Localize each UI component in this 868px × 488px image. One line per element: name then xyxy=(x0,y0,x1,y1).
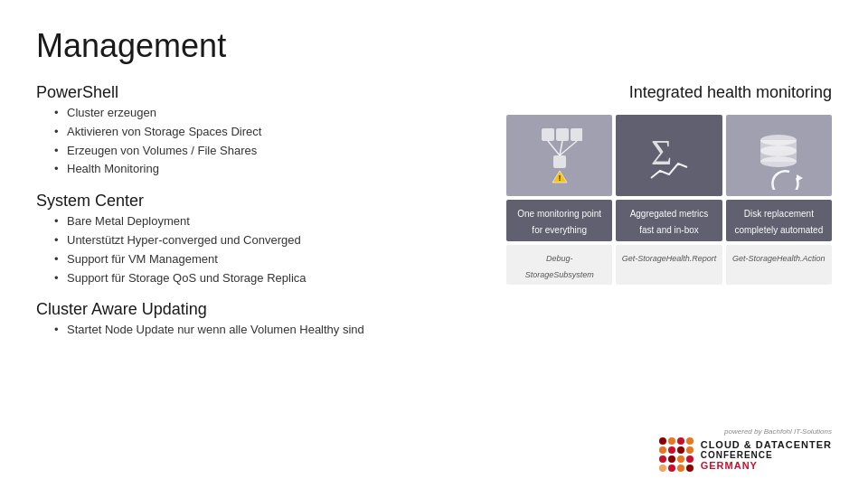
cluster-aware-heading: Cluster Aware Updating xyxy=(36,300,479,319)
svg-rect-6 xyxy=(553,155,566,168)
list-item: Health Monitoring xyxy=(54,160,479,179)
monitor-cmds-row: Debug-StorageSubsystem Get-StorageHealth… xyxy=(506,245,832,285)
monitor-cmd-2: Get-StorageHealth.Action xyxy=(726,245,832,285)
brand-line1: CLOUD & DATACENTER xyxy=(701,439,832,450)
dot xyxy=(677,465,684,472)
list-item: Startet Node Update nur wenn alle Volume… xyxy=(54,321,479,340)
list-item: Support für VM Management xyxy=(54,250,479,269)
list-item: Aktivieren von Storage Spaces Direct xyxy=(54,123,479,142)
page: Management PowerShell Cluster erzeugen A… xyxy=(0,0,868,488)
list-item: Erzeugen von Volumes / File Shares xyxy=(54,142,479,161)
dot xyxy=(659,446,666,454)
monitor-icon-warning: ! xyxy=(506,115,612,196)
powershell-section: PowerShell Cluster erzeugen Aktivieren v… xyxy=(36,83,479,179)
systemcenter-list: Bare Metal Deployment Unterstützt Hyper-… xyxy=(36,212,479,287)
monitor-cmd-1: Get-StorageHealth.Report xyxy=(616,245,722,285)
list-item: Cluster erzeugen xyxy=(54,104,479,123)
monitor-icon-sigma: Σ xyxy=(616,115,722,196)
brand-line2: CONFERENCE xyxy=(701,450,832,460)
dot xyxy=(686,465,693,472)
monitor-cmd-0: Debug-StorageSubsystem xyxy=(506,245,612,285)
dot xyxy=(668,437,675,445)
monitoring-grid: ! Σ xyxy=(506,115,832,285)
monitor-icons-row: ! Σ xyxy=(506,115,832,196)
left-column: PowerShell Cluster erzeugen Aktivieren v… xyxy=(36,83,479,470)
branding: powered by Bachfohl IT-Solutions CLOUD &… xyxy=(659,427,832,472)
cluster-aware-list: Startet Node Update nur wenn alle Volume… xyxy=(36,321,479,340)
powered-by-text: powered by Bachfohl IT-Solutions xyxy=(724,427,832,436)
monitor-label-1: Aggregated metrics fast and in-box xyxy=(616,200,722,241)
dot xyxy=(686,455,693,463)
svg-text:!: ! xyxy=(558,174,561,183)
dot xyxy=(686,437,693,445)
dot xyxy=(659,437,666,445)
integrated-title: Integrated health monitoring xyxy=(506,83,832,102)
brand-logo: CLOUD & DATACENTER CONFERENCE Germany xyxy=(659,437,832,472)
svg-rect-0 xyxy=(542,128,554,141)
list-item: Bare Metal Deployment xyxy=(54,212,479,231)
dot xyxy=(659,455,666,463)
page-title: Management xyxy=(36,27,832,65)
dot xyxy=(659,465,666,472)
dot xyxy=(668,455,675,463)
cluster-aware-section: Cluster Aware Updating Startet Node Upda… xyxy=(36,300,479,340)
powershell-list: Cluster erzeugen Aktivieren von Storage … xyxy=(36,104,479,179)
monitor-icon-disk xyxy=(726,115,832,196)
dot xyxy=(668,446,675,454)
list-item: Unterstützt Hyper-converged und Converge… xyxy=(54,231,479,250)
monitor-label-0: One monitoring point for everything xyxy=(506,200,612,241)
svg-text:Σ: Σ xyxy=(651,132,672,173)
right-column: Integrated health monitoring xyxy=(506,83,832,470)
monitor-label-2: Disk replacement completely automated xyxy=(726,200,832,241)
systemcenter-heading: System Center xyxy=(36,192,479,211)
svg-rect-1 xyxy=(556,128,569,141)
dot xyxy=(668,465,675,472)
powershell-heading: PowerShell xyxy=(36,83,479,102)
monitor-labels-row: One monitoring point for everything Aggr… xyxy=(506,200,832,241)
svg-point-14 xyxy=(760,156,797,167)
brand-dots-grid xyxy=(659,437,693,472)
brand-text: CLOUD & DATACENTER CONFERENCE Germany xyxy=(701,439,832,471)
brand-line3: Germany xyxy=(701,460,832,471)
dot xyxy=(677,455,684,463)
dot xyxy=(677,446,684,454)
list-item: Support für Storage QoS und Storage Repl… xyxy=(54,269,479,288)
content-area: PowerShell Cluster erzeugen Aktivieren v… xyxy=(36,83,832,470)
systemcenter-section: System Center Bare Metal Deployment Unte… xyxy=(36,192,479,287)
svg-marker-15 xyxy=(797,174,803,182)
svg-rect-2 xyxy=(571,128,582,141)
dot xyxy=(686,446,693,454)
svg-line-3 xyxy=(548,141,560,155)
dot xyxy=(677,437,684,445)
